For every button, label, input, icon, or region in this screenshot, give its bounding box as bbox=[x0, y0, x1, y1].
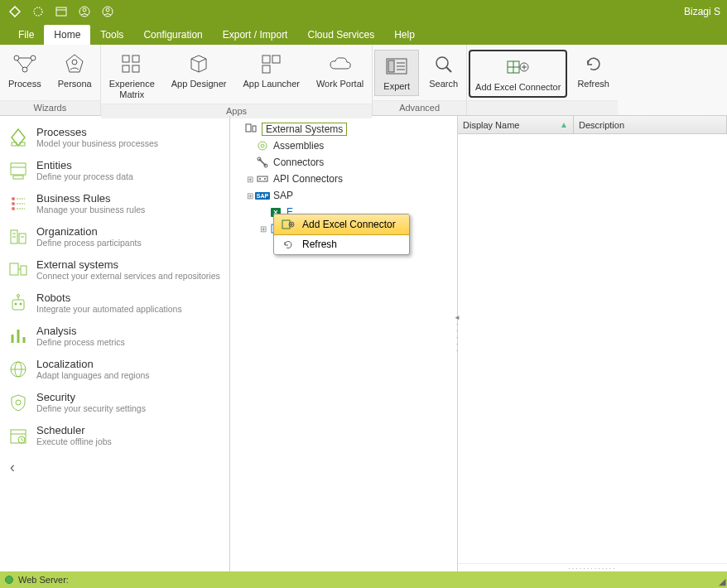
tab-home[interactable]: Home bbox=[44, 25, 90, 45]
expander-plus-icon[interactable]: ⊞ bbox=[245, 175, 255, 184]
nav-external[interactable]: External systemsConnect your external se… bbox=[3, 253, 226, 287]
ribbon-expert[interactable]: Expert bbox=[374, 50, 419, 96]
ctx-refresh[interactable]: Refresh bbox=[274, 234, 409, 254]
ribbon-designer[interactable]: App Designer bbox=[163, 48, 235, 93]
ribbon-process-label: Process bbox=[8, 79, 41, 89]
nav-localization[interactable]: LocalizationAdapt languages and regions bbox=[3, 353, 226, 386]
nav-robots-desc: Integrate your automated applications bbox=[36, 304, 182, 314]
robots-icon bbox=[7, 292, 30, 315]
splitter-grip[interactable]: ◄····· bbox=[454, 315, 460, 354]
left-nav: ProcessesModel your business processes E… bbox=[0, 116, 230, 571]
svg-rect-76 bbox=[246, 124, 251, 132]
ribbon-persona[interactable]: Persona bbox=[50, 48, 100, 93]
svg-rect-25 bbox=[262, 65, 270, 73]
svg-rect-2 bbox=[56, 7, 66, 16]
svg-point-31 bbox=[436, 57, 448, 69]
tree-assemblies-label: Assemblies bbox=[273, 140, 324, 152]
svg-point-61 bbox=[20, 303, 22, 306]
tree-external-systems[interactable]: External Systems bbox=[234, 121, 454, 137]
ribbon-process[interactable]: Process bbox=[0, 48, 50, 93]
ribbon-experience[interactable]: Experience Matrix bbox=[101, 48, 163, 104]
svg-rect-59 bbox=[12, 300, 24, 310]
refresh-icon bbox=[281, 238, 296, 251]
tree-api-connectors[interactable]: ⊞ API Connectors bbox=[234, 171, 454, 187]
tab-help[interactable]: Help bbox=[384, 25, 425, 45]
ribbon-portal[interactable]: Work Portal bbox=[308, 48, 372, 93]
svg-marker-0 bbox=[10, 7, 20, 17]
svg-rect-17 bbox=[132, 55, 139, 62]
right-pane: ◄····· Display Name ▲ Description ∙∙∙∙∙∙… bbox=[458, 116, 727, 571]
nav-entities-desc: Define your process data bbox=[36, 171, 133, 181]
statusbar: Web Server: ◢ bbox=[0, 571, 727, 588]
nav-organization-desc: Define process participants bbox=[36, 238, 142, 248]
user2-icon[interactable] bbox=[100, 4, 115, 19]
ribbon-refresh[interactable]: Refresh bbox=[569, 48, 618, 93]
shield-icon bbox=[7, 391, 30, 414]
bottom-grip[interactable]: ∙∙∙∙∙∙∙∙∙∙∙∙∙ bbox=[458, 563, 727, 571]
ribbon-group-advanced: Expert Search Advanced bbox=[373, 45, 467, 115]
grid-col-description[interactable]: Description bbox=[574, 116, 727, 133]
svg-rect-82 bbox=[258, 176, 267, 181]
ribbon-group-tools-label bbox=[467, 100, 618, 115]
user1-icon[interactable] bbox=[77, 4, 92, 19]
tab-tools[interactable]: Tools bbox=[90, 25, 133, 45]
svg-marker-39 bbox=[12, 129, 25, 146]
ribbon-search[interactable]: Search bbox=[421, 48, 466, 93]
grid-col-display-name[interactable]: Display Name ▲ bbox=[458, 116, 574, 133]
ribbon-launcher[interactable]: App Launcher bbox=[234, 48, 308, 93]
tree-connectors[interactable]: Connectors bbox=[234, 154, 454, 171]
nav-rules-title: Business Rules bbox=[36, 192, 145, 205]
ribbon-refresh-label: Refresh bbox=[577, 79, 609, 89]
grid-col-description-label: Description bbox=[579, 120, 624, 130]
svg-point-83 bbox=[259, 178, 261, 180]
expander-plus-icon[interactable]: ⊞ bbox=[245, 191, 255, 200]
svg-rect-19 bbox=[132, 65, 139, 72]
svg-point-9 bbox=[31, 55, 36, 60]
ribbon-add-excel[interactable]: Add Excel Connector bbox=[469, 50, 567, 98]
back-chevron[interactable]: ‹ bbox=[3, 452, 226, 483]
nav-robots[interactable]: RobotsIntegrate your automated applicati… bbox=[3, 287, 226, 320]
ribbon-expert-label: Expert bbox=[383, 81, 410, 92]
svg-rect-27 bbox=[388, 60, 394, 72]
nav-rules[interactable]: Business RulesManage your business rules bbox=[3, 187, 226, 220]
nav-organization[interactable]: OrganizationDefine process participants bbox=[3, 220, 226, 253]
ctx-add-excel-label: Add Excel Connector bbox=[302, 219, 396, 230]
tab-export[interactable]: Export / Import bbox=[213, 25, 298, 45]
systems-icon bbox=[243, 123, 258, 136]
nav-security[interactable]: SecurityDefine your security settings bbox=[3, 386, 226, 419]
expander-plus-icon[interactable]: ⊞ bbox=[258, 224, 268, 234]
sap-icon: SAP bbox=[255, 189, 270, 202]
nav-processes-title: Processes bbox=[36, 126, 158, 138]
tree-assemblies[interactable]: Assemblies bbox=[234, 137, 454, 154]
tab-cloud[interactable]: Cloud Services bbox=[297, 25, 384, 45]
svg-line-20 bbox=[191, 59, 199, 62]
expert-icon bbox=[383, 54, 410, 79]
svg-point-79 bbox=[261, 144, 264, 147]
nav-scheduler-title: Scheduler bbox=[36, 424, 112, 436]
menu-tabs: File Home Tools Configuration Export / I… bbox=[0, 23, 727, 45]
search-icon bbox=[431, 51, 457, 76]
tree-external-systems-label: External Systems bbox=[262, 123, 347, 136]
window-icon[interactable] bbox=[54, 4, 69, 19]
nav-processes[interactable]: ProcessesModel your business processes bbox=[3, 121, 226, 154]
nav-organization-title: Organization bbox=[36, 225, 142, 238]
scheduler-icon bbox=[7, 424, 30, 447]
nav-scheduler[interactable]: SchedulerExecute offline jobs bbox=[3, 419, 226, 452]
tab-configuration[interactable]: Configuration bbox=[133, 25, 212, 45]
ribbon-experience-label: Experience Matrix bbox=[109, 79, 155, 100]
ctx-add-excel[interactable]: Add Excel Connector bbox=[273, 214, 410, 235]
svg-line-21 bbox=[199, 59, 206, 62]
refresh-icon bbox=[580, 51, 607, 76]
rules-icon bbox=[7, 192, 30, 215]
ribbon: Process Persona Wizards Experience Matri… bbox=[0, 45, 727, 116]
nav-analysis[interactable]: AnalysisDefine process metrics bbox=[3, 320, 226, 353]
settings-icon[interactable] bbox=[31, 4, 46, 19]
resize-grip-icon[interactable]: ◢ bbox=[719, 576, 725, 587]
svg-rect-44 bbox=[13, 176, 23, 179]
tree-sap[interactable]: ⊞ SAP SAP bbox=[234, 187, 454, 204]
nav-entities[interactable]: EntitiesDefine your process data bbox=[3, 154, 226, 187]
nav-security-desc: Define your security settings bbox=[36, 403, 146, 413]
tab-file[interactable]: File bbox=[8, 25, 44, 45]
nav-robots-title: Robots bbox=[36, 292, 182, 304]
svg-point-46 bbox=[12, 202, 15, 205]
